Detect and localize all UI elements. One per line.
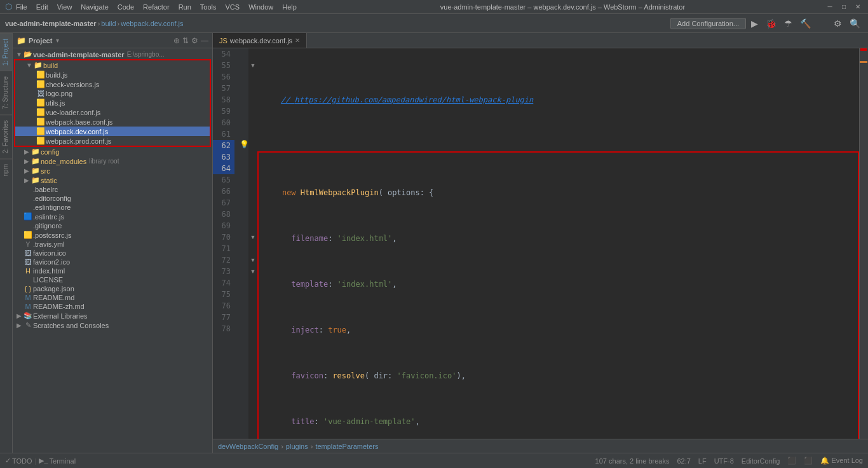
tree-root[interactable]: ▼ 📂 vue-admin-template-master E:\springb… (13, 50, 212, 59)
cursor-position[interactable]: 62:7 (677, 457, 690, 465)
bc-plugins[interactable]: plugins (286, 443, 308, 450)
line-ending[interactable]: LF (698, 457, 707, 465)
tree-readme[interactable]: M README.md (13, 293, 212, 302)
tree-webpack-prod[interactable]: 🟨 webpack.prod.conf.js (15, 136, 210, 146)
todo-button[interactable]: ✓ TODO (5, 457, 32, 465)
minimize-button[interactable]: ─ (825, 3, 835, 10)
right-scroll-gutter[interactable] (859, 48, 868, 439)
tree-postcssrc-label: .postcssrc.js (33, 231, 72, 239)
tab-close-button[interactable]: ✕ (295, 37, 300, 44)
coverage-button[interactable]: ☂ (782, 17, 795, 30)
sidebar-item-npm[interactable]: npm (0, 158, 12, 181)
fold-70[interactable]: ▼ (248, 231, 257, 243)
run-button[interactable]: ▶ (749, 17, 761, 30)
tree-eslintrc[interactable]: 🟦 .eslintrc.js (13, 212, 212, 221)
tree-config[interactable]: ▶ 📁 config (13, 147, 212, 156)
close-button[interactable]: ✕ (853, 3, 863, 10)
menu-refactor[interactable]: Refactor (139, 3, 173, 11)
tree-build-folder[interactable]: ▼ 📁 build (15, 60, 210, 70)
chevron-right-icon: ▶ (23, 167, 31, 174)
tree-readme-zh[interactable]: M README-zh.md (13, 302, 212, 311)
event-log-button[interactable]: 🔔 Event Log (820, 457, 863, 465)
tree-node-modules[interactable]: ▶ 📁 node_modules library root (13, 156, 212, 166)
panel-settings-icon[interactable]: ⚙ (191, 36, 198, 45)
terminal-button[interactable]: ▶_ Terminal (39, 457, 76, 465)
debug-button[interactable]: 🐞 (763, 17, 779, 30)
tree-src-label: src (41, 167, 50, 175)
locate-icon[interactable]: ⊕ (173, 36, 180, 45)
tree-babelrc[interactable]: .babelrc (13, 185, 212, 194)
tree-static[interactable]: ▶ 📁 static (13, 176, 212, 185)
outer-red-box: new HtmlWebpackPlugin( options: { filena… (257, 151, 859, 439)
tree-scratches[interactable]: ▶ ✎ Scratches and Consoles (13, 320, 212, 330)
tab-label: webpack.dev.conf.js (230, 37, 292, 45)
tree-logo-png[interactable]: 🖼 logo.png (15, 89, 210, 98)
fold-55[interactable]: ▼ (248, 60, 257, 71)
menu-window[interactable]: Window (245, 3, 277, 11)
code-line-55: new HtmlWebpackPlugin( options: { (264, 187, 858, 198)
tree-favicon2-label: favicon2.ico (33, 258, 70, 266)
menu-edit[interactable]: Edit (32, 3, 52, 11)
tree-package-json[interactable]: { } package.json (13, 284, 212, 293)
editor-config[interactable]: EditorConfig (742, 457, 780, 465)
tree-index-html[interactable]: H index.html (13, 266, 212, 275)
fold-73[interactable]: ▼ (248, 266, 257, 277)
project-panel-header: 📁 Project ▾ ⊕ ⇅ ⚙ — (13, 33, 212, 48)
bc-devwebpackconfig[interactable]: devWebpackConfig (218, 443, 278, 450)
tree-vue-loader[interactable]: 🟨 vue-loader.conf.js (15, 107, 210, 117)
window-title: vue-admin-template-master – webpack.dev.… (301, 3, 825, 11)
line-number-gutter: 54 55 56 57 58 59 60 61 62 63 64 65 66 6… (213, 48, 238, 439)
tree-webpack-base[interactable]: 🟨 webpack.base.conf.js (15, 117, 210, 127)
settings-button[interactable]: ⚙ (831, 17, 844, 30)
tab-webpack-dev[interactable]: JS webpack.dev.conf.js ✕ (213, 33, 307, 48)
tree-src[interactable]: ▶ 📁 src (13, 166, 212, 176)
tree-external-libs[interactable]: ▶ 📚 External Libraries (13, 311, 212, 320)
breadcrumb-root[interactable]: vue-admin-template-master (5, 20, 97, 27)
gutter-72: 72 (213, 254, 234, 266)
sidebar-item-favorites[interactable]: 2: Favorites (0, 114, 12, 158)
sidebar-item-structure[interactable]: 7: Structure (0, 71, 12, 114)
code-editor[interactable]: 54 55 56 57 58 59 60 61 62 63 64 65 66 6… (213, 48, 868, 439)
tree-gitignore[interactable]: .gitignore (13, 221, 212, 230)
add-configuration-button[interactable]: Add Configuration... (670, 18, 746, 29)
menu-file[interactable]: File (12, 3, 31, 11)
tree-postcssrc[interactable]: 🟨 .postcssrc.js (13, 230, 212, 240)
menu-navigate[interactable]: Navigate (77, 3, 112, 11)
menu-run[interactable]: Run (175, 3, 195, 11)
tree-eslintignore[interactable]: .eslintignore (13, 203, 212, 212)
breadcrumb-file[interactable]: webpack.dev.conf.js (121, 20, 183, 27)
tree-check-versions[interactable]: 🟨 check-versions.js (15, 79, 210, 89)
yellow-bulb-icon[interactable]: 💡 (240, 140, 249, 149)
bc-templateparameters[interactable]: templateParameters (315, 443, 378, 450)
menu-view[interactable]: View (53, 3, 76, 11)
menu-tools[interactable]: Tools (196, 3, 220, 11)
breadcrumb-build[interactable]: build (101, 20, 116, 27)
panel-dropdown-icon[interactable]: ▾ (56, 37, 59, 44)
tree-package-json-label: package.json (33, 285, 74, 292)
menu-help[interactable]: Help (278, 3, 301, 11)
sidebar-item-project[interactable]: 1: Project (0, 33, 12, 71)
tree-favicon[interactable]: 🖼 favicon.ico (13, 249, 212, 258)
tree-favicon2[interactable]: 🖼 favicon2.ico (13, 258, 212, 266)
fold-72[interactable]: ▼ (248, 254, 257, 266)
search-everywhere-button[interactable]: 🔍 (847, 17, 863, 30)
tree-build-js[interactable]: 🟨 build.js (15, 70, 210, 79)
bottom-breadcrumb: devWebpackConfig › plugins › templatePar… (213, 439, 868, 453)
code-line-56: filename: 'index.html', (264, 233, 858, 244)
tree-webpack-dev-label: webpack.dev.conf.js (46, 128, 108, 135)
tree-license[interactable]: LICENSE (13, 275, 212, 284)
build-button[interactable]: 🔨 (797, 17, 813, 30)
tree-editorconfig[interactable]: .editorconfig (13, 194, 212, 203)
code-content[interactable]: // https://github.com/ampedandwired/html… (257, 48, 859, 439)
menu-code[interactable]: Code (114, 3, 138, 11)
gutter-71: 71 (213, 243, 234, 254)
encoding[interactable]: UTF-8 (714, 457, 734, 465)
tree-utils-js[interactable]: 🟨 utils.js (15, 98, 210, 107)
menu-vcs[interactable]: VCS (222, 3, 244, 11)
collapse-icon[interactable]: — (201, 36, 208, 45)
maximize-button[interactable]: □ (839, 3, 849, 10)
gutter-65: 65 (213, 174, 234, 186)
tree-webpack-dev[interactable]: 🟨 webpack.dev.conf.js (15, 127, 210, 136)
tree-travis[interactable]: Y .travis.yml (13, 240, 212, 249)
expand-all-icon[interactable]: ⇅ (182, 36, 189, 45)
